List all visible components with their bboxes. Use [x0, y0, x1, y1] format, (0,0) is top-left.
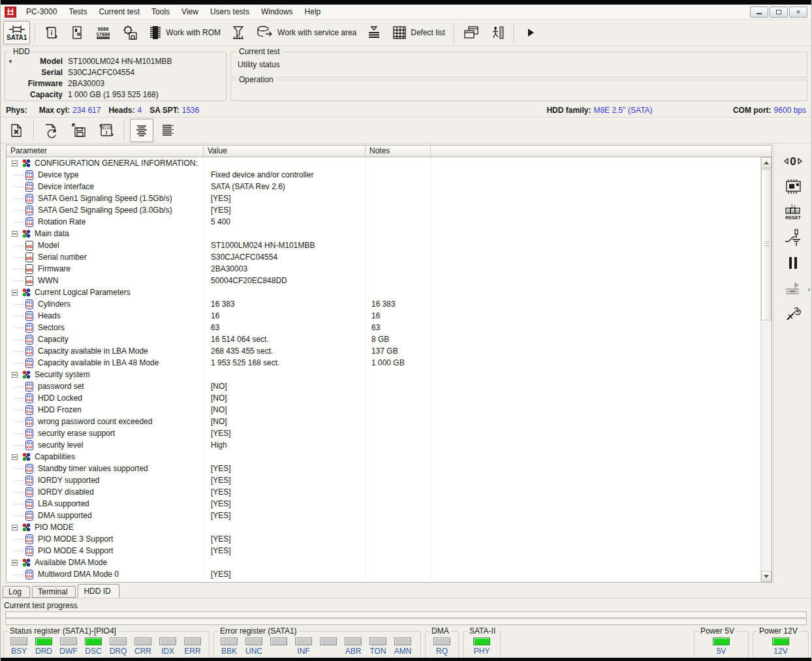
table-row[interactable]: 011010IORDY disabled[YES]	[7, 486, 772, 498]
table-row[interactable]: 011010SATA Gen2 Signaling Speed (3.0Gb/s…	[7, 204, 772, 216]
work-with-rom-button[interactable]: Work with ROM	[144, 21, 225, 44]
scroll-down-button[interactable]	[761, 571, 772, 582]
table-row[interactable]: 011010security levelHigh	[7, 439, 772, 451]
table-row[interactable]: 011010Cylinders16 38316 383	[7, 298, 772, 310]
tester-card-button[interactable]	[65, 21, 89, 44]
table-row[interactable]: 011010Heads1616	[7, 310, 772, 322]
view-detailed-button[interactable]	[156, 119, 180, 142]
restore-button[interactable]	[770, 7, 788, 18]
table-row[interactable]: Capabilities	[7, 451, 772, 463]
reset-counter-button[interactable]: 1↓000RESET	[779, 200, 807, 224]
scrollbar-thumb[interactable]	[761, 169, 772, 320]
pc3000-app-icon[interactable]	[5, 7, 16, 18]
menu-item-help[interactable]: Help	[299, 6, 327, 18]
table-row[interactable]: 011010Device interfaceSATA (SATA Rev 2.6…	[7, 181, 772, 192]
view-brief-button[interactable]	[130, 119, 153, 142]
led-indicator	[772, 638, 789, 645]
utilities-button[interactable]	[779, 301, 807, 326]
baud-rate-button[interactable]: 960057600	[91, 21, 116, 44]
table-row[interactable]: 011010HDD Frozen[NO]	[7, 404, 772, 416]
pause-button[interactable]	[779, 251, 807, 275]
table-row[interactable]: abModelST1000LM024 HN-M101MBB	[7, 239, 772, 251]
table-row[interactable]: Security system	[7, 369, 772, 380]
power-switch-button[interactable]	[779, 225, 807, 250]
windows-cascade-button[interactable]	[459, 21, 484, 44]
table-row[interactable]: 011010wrong password count exceeded[NO]	[7, 416, 772, 427]
column-header-value[interactable]: Value	[204, 146, 366, 157]
table-row[interactable]: 011010Sectors6363	[7, 322, 772, 333]
table-row[interactable]: 011010Capacity available in LBA Mode268 …	[7, 345, 772, 357]
tree-collapse-box[interactable]	[12, 372, 18, 378]
tree-collapse-box[interactable]	[12, 560, 18, 566]
defect-list-button[interactable]: Defect list	[388, 21, 449, 44]
table-row[interactable]: CONFIGURATION GENERAL INFORMATION:	[7, 157, 772, 169]
table-row[interactable]: 011010Standby timer values supported[YES…	[7, 463, 772, 474]
column-header-notes[interactable]: Notes	[366, 146, 431, 157]
pause-icon	[787, 256, 799, 270]
utility-report-button[interactable]	[40, 21, 63, 44]
parameter-cell: 011010Capacity	[7, 333, 204, 345]
table-row[interactable]: 011010password set[NO]	[7, 380, 772, 392]
sata1-port-button[interactable]: SATA1	[3, 21, 30, 44]
tab-terminal[interactable]: Terminal	[32, 586, 76, 598]
reread-id-button[interactable]	[39, 119, 64, 142]
dropdown-arrow-icon[interactable]: ▼	[807, 287, 812, 293]
tree-collapse-box[interactable]	[12, 290, 18, 296]
table-row[interactable]: 011010HDD Locked[NO]	[7, 392, 772, 404]
settings-save-button[interactable]	[117, 21, 142, 44]
table-row[interactable]: 011010Capacity available in LBA 48 Mode1…	[7, 357, 772, 369]
raw-id-data-button[interactable]: 0110	[94, 119, 119, 142]
table-row[interactable]: PIO MODE	[7, 521, 772, 533]
card-reader-button[interactable]	[779, 174, 807, 199]
run-counter-button[interactable]: 0	[779, 149, 807, 174]
close-button[interactable]: ×	[789, 7, 807, 18]
more-tools-button[interactable]	[519, 21, 542, 44]
exit-button[interactable]	[486, 21, 509, 44]
tree-collapse-box[interactable]	[12, 454, 18, 460]
scroll-up-button[interactable]	[761, 157, 772, 168]
table-row[interactable]: 011010IORDY supported[YES]	[7, 474, 772, 486]
menu-item-users-tests[interactable]: Users tests	[204, 6, 255, 18]
menu-item-view[interactable]: View	[176, 6, 204, 18]
table-row[interactable]: abFirmware2BA30003	[7, 263, 772, 275]
parameter-cell: 011010Multiword DMA Mode 0	[7, 568, 204, 580]
table-row[interactable]: Available DMA Mode	[7, 557, 772, 568]
save-data-button[interactable]	[67, 119, 91, 142]
table-row[interactable]: abSerial numberS30CJACFC04554	[7, 251, 772, 263]
table-row[interactable]: 011010DMA supported[YES]	[7, 510, 772, 521]
table-row[interactable]: 011010PIO MODE 4 Support[YES]	[7, 545, 772, 557]
parameter-cell: 011010Capacity available in LBA 48 Mode	[7, 357, 204, 369]
vertical-scrollbar[interactable]	[760, 157, 772, 582]
table-row[interactable]: 011010security erase support[YES]	[7, 427, 772, 439]
tab-hdd-id[interactable]: HDD ID	[78, 584, 119, 598]
work-with-service-area-button[interactable]: Work with service area	[252, 21, 360, 44]
menu-item-current-test[interactable]: Current test	[93, 6, 146, 18]
tree-collapse-box[interactable]	[12, 231, 18, 237]
led-idx: IDX	[155, 638, 180, 660]
table-row[interactable]: 011010SATA Gen1 Signaling Speed (1.5Gb/s…	[7, 192, 772, 204]
tree-collapse-box[interactable]	[12, 525, 18, 530]
column-header-parameter[interactable]: Parameter	[7, 146, 204, 157]
test-graph-button[interactable]	[226, 21, 250, 44]
minimize-button[interactable]	[750, 7, 768, 18]
filler-cell	[431, 498, 772, 510]
menu-item-tests[interactable]: Tests	[63, 6, 93, 18]
menu-item-windows[interactable]: Windows	[255, 6, 299, 18]
table-row[interactable]: abWWN50004CF20EC848DD	[7, 275, 772, 286]
table-row[interactable]: Current Logical Parameters	[7, 286, 772, 298]
table-row[interactable]: Main data	[7, 228, 772, 239]
table-row[interactable]: 011010PIO MODE 3 Support[YES]	[7, 533, 772, 545]
surface-scan-button[interactable]	[362, 21, 386, 44]
table-row[interactable]: 011010Multiword DMA Mode 0[YES]	[7, 568, 772, 580]
table-row[interactable]: 011010Capacity16 514 064 sect.8 GB	[7, 333, 772, 345]
tree-collapse-box[interactable]	[12, 161, 18, 166]
hdd-select-dropdown-icon[interactable]: ▼	[8, 59, 13, 65]
close-test-button[interactable]	[5, 119, 28, 142]
tab-log[interactable]: Log	[3, 586, 30, 598]
menu-item-pc-3000[interactable]: PC-3000	[20, 6, 63, 18]
table-row[interactable]: 011010Rotation Rate5 400	[7, 216, 772, 228]
table-row[interactable]: 011010LBA supported[YES]	[7, 498, 772, 510]
service-funnel-button[interactable]: ▼	[779, 276, 807, 301]
menu-item-tools[interactable]: Tools	[146, 6, 176, 18]
table-row[interactable]: 011010Device typeFixed device and/or con…	[7, 169, 772, 181]
